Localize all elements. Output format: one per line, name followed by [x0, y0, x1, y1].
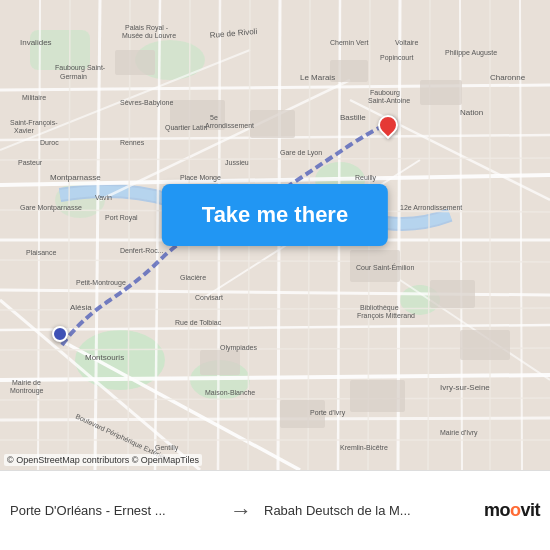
svg-text:Germain: Germain: [60, 73, 87, 80]
svg-text:Bibliothèque: Bibliothèque: [360, 304, 399, 312]
map-attribution: © OpenStreetMap contributors © OpenMapTi…: [4, 454, 202, 466]
svg-text:Nation: Nation: [460, 108, 483, 117]
svg-text:Alésia: Alésia: [70, 303, 92, 312]
svg-rect-53: [430, 280, 475, 308]
svg-text:Arrondissement: Arrondissement: [205, 122, 254, 129]
svg-text:Militaire: Militaire: [22, 94, 46, 101]
map-container: Invalides Faubourg Saint- Germain Milita…: [0, 0, 550, 470]
svg-text:Glacière: Glacière: [180, 274, 206, 281]
moovit-dot: o: [510, 500, 521, 520]
svg-rect-47: [115, 50, 155, 75]
svg-text:Montsouris: Montsouris: [85, 353, 124, 362]
svg-rect-56: [200, 350, 240, 375]
svg-text:Gare de Lyon: Gare de Lyon: [280, 149, 322, 157]
svg-text:Vavin: Vavin: [95, 194, 112, 201]
svg-text:5e: 5e: [210, 114, 218, 121]
destination-section: Rabah Deutsch de la M...: [264, 501, 472, 520]
svg-text:Maison-Blanche: Maison-Blanche: [205, 389, 255, 396]
route-arrow: →: [218, 498, 264, 524]
svg-text:Gare Montparnasse: Gare Montparnasse: [20, 204, 82, 212]
svg-text:Invalides: Invalides: [20, 38, 52, 47]
svg-text:Port Royal: Port Royal: [105, 214, 138, 222]
svg-rect-49: [250, 110, 295, 138]
svg-text:Popincourt: Popincourt: [380, 54, 414, 62]
destination-marker: [378, 115, 398, 135]
svg-text:Place Monge: Place Monge: [180, 174, 221, 182]
moovit-text: moovit: [484, 500, 540, 521]
svg-text:Xavier: Xavier: [14, 127, 35, 134]
moovit-logo: moovit: [484, 500, 540, 521]
svg-text:Denfert-Roc...: Denfert-Roc...: [120, 247, 164, 254]
origin-section: Porte D'Orléans - Ernest ...: [10, 501, 218, 520]
svg-rect-50: [330, 60, 368, 82]
svg-text:Saint-François-: Saint-François-: [10, 119, 58, 127]
svg-text:Sèvres-Babylone: Sèvres-Babylone: [120, 99, 173, 107]
svg-text:Musée du Louvre: Musée du Louvre: [122, 32, 176, 39]
svg-text:Porte d'Ivry: Porte d'Ivry: [310, 409, 346, 417]
svg-text:Jussieu: Jussieu: [225, 159, 249, 166]
svg-text:Montparnasse: Montparnasse: [50, 173, 101, 182]
svg-text:François Mitterand: François Mitterand: [357, 312, 415, 320]
svg-text:Charonne: Charonne: [490, 73, 526, 82]
svg-text:Le Marais: Le Marais: [300, 73, 335, 82]
origin-label: Porte D'Orléans - Ernest ...: [10, 501, 218, 520]
svg-rect-55: [350, 380, 405, 412]
svg-text:Mairie d'Ivry: Mairie d'Ivry: [440, 429, 478, 437]
svg-text:Faubourg: Faubourg: [370, 89, 400, 97]
take-me-there-button[interactable]: Take me there: [162, 184, 388, 246]
svg-text:Bastille: Bastille: [340, 113, 366, 122]
svg-text:Palais Royal -: Palais Royal -: [125, 24, 169, 32]
origin-marker: [52, 326, 68, 342]
svg-text:Rue de Tolbiac: Rue de Tolbiac: [175, 319, 222, 326]
svg-text:Olympiades: Olympiades: [220, 344, 257, 352]
svg-text:Faubourg Saint-: Faubourg Saint-: [55, 64, 106, 72]
svg-text:Rennes: Rennes: [120, 139, 145, 146]
bottom-bar: Porte D'Orléans - Ernest ... → Rabah Deu…: [0, 470, 550, 550]
svg-text:Saint-Antoine: Saint-Antoine: [368, 97, 410, 104]
svg-text:Reuilly: Reuilly: [355, 174, 377, 182]
svg-rect-51: [420, 80, 462, 105]
svg-text:Voltaire: Voltaire: [395, 39, 418, 46]
destination-label: Rabah Deutsch de la M...: [264, 501, 472, 520]
svg-text:12e Arrondissement: 12e Arrondissement: [400, 204, 462, 211]
svg-text:Quartier Latin: Quartier Latin: [165, 124, 208, 132]
svg-text:Plaisance: Plaisance: [26, 249, 56, 256]
svg-text:Ivry-sur-Seine: Ivry-sur-Seine: [440, 383, 490, 392]
svg-text:Mairie de: Mairie de: [12, 379, 41, 386]
svg-text:Pasteur: Pasteur: [18, 159, 43, 166]
svg-text:Petit-Montrouge: Petit-Montrouge: [76, 279, 126, 287]
svg-text:Montrouge: Montrouge: [10, 387, 44, 395]
svg-text:Cour Saint-Émilion: Cour Saint-Émilion: [356, 263, 414, 271]
svg-text:Philippe Auguste: Philippe Auguste: [445, 49, 497, 57]
svg-rect-54: [460, 330, 510, 360]
svg-text:Corvisart: Corvisart: [195, 294, 223, 301]
svg-text:Duroc: Duroc: [40, 139, 59, 146]
svg-text:Gentilly: Gentilly: [155, 444, 179, 452]
svg-text:Kremlin-Bicêtre: Kremlin-Bicêtre: [340, 444, 388, 451]
svg-text:Chemin Vert: Chemin Vert: [330, 39, 369, 46]
